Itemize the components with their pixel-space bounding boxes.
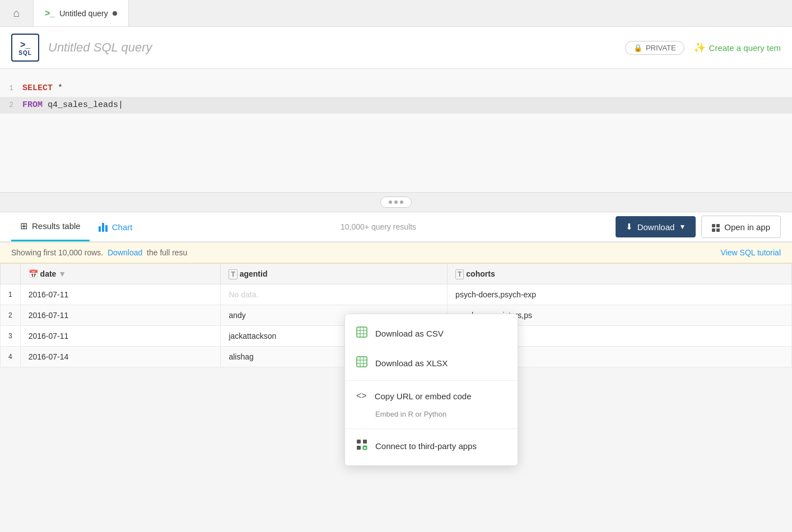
tab-results-table[interactable]: ⊞ Results table — [11, 212, 90, 241]
agentid-col-icon: T — [229, 269, 237, 279]
cell-date-3: 2016-07-11 — [20, 326, 221, 347]
dot-1 — [389, 200, 392, 204]
code-line-2: 2 FROM q4_sales_leads — [0, 97, 792, 114]
tab-label: Untitled query — [59, 9, 108, 18]
code-editor[interactable]: 1 SELECT * 2 FROM q4_sales_leads — [0, 69, 792, 192]
arrow-symbol: >_ — [20, 40, 30, 50]
sql-label: SQL — [18, 50, 32, 56]
xlsx-icon — [356, 356, 367, 367]
open-app-icon — [712, 222, 720, 231]
row-num-3: 3 — [1, 326, 21, 347]
date-col-icon: 📅 — [29, 269, 38, 278]
col-header-agentid[interactable]: T agentid — [221, 264, 448, 284]
dot-3 — [400, 200, 403, 204]
home-icon: ⌂ — [13, 7, 20, 20]
results-toolbar: ⊞ Results table Chart 10,000+ query resu… — [0, 212, 792, 242]
keyword-select: SELECT — [22, 83, 53, 93]
cursor — [118, 100, 123, 110]
csv-icon — [356, 326, 367, 340]
download-dropdown: Download as CSV Download as XLSX <> Copy… — [344, 314, 518, 367]
sql-icon: >_ SQL — [11, 34, 39, 62]
date-col-label: date — [40, 269, 57, 278]
dot-2 — [394, 200, 398, 204]
line-content-2: FROM q4_sales_leads — [22, 97, 123, 114]
cell-date-4: 2016-07-14 — [20, 347, 221, 367]
table-header-row: 📅 date ▼ T agentid T cohorts — [1, 264, 792, 284]
keyword-from: FROM — [22, 100, 43, 110]
cell-date-1: 2016-07-11 — [20, 284, 221, 305]
agentid-col-label: agentid — [240, 269, 268, 278]
table-row: 1 2016-07-11 No data. psych-doers,psych-… — [1, 284, 792, 305]
tab-unsaved-dot — [113, 11, 117, 16]
private-badge[interactable]: 🔒 PRIVATE — [625, 41, 684, 55]
wand-icon: ✨ — [693, 41, 706, 54]
results-table-label: Results table — [32, 221, 81, 231]
chart-label: Chart — [112, 222, 133, 232]
info-text: Showing first 10,000 rows. Download the … — [11, 248, 187, 257]
info-prefix: Showing first 10,000 rows. — [11, 248, 103, 257]
create-template-btn[interactable]: ✨ Create a query tem — [693, 41, 781, 54]
col-header-cohorts[interactable]: T cohorts — [448, 264, 792, 284]
cell-agentid-1: No data. — [221, 284, 448, 305]
sql-tutorial-link[interactable]: View SQL tutorial — [721, 248, 781, 257]
line-content-1: SELECT * — [22, 80, 63, 97]
download-label: Download — [637, 222, 675, 232]
row-num-header — [1, 264, 21, 284]
download-button[interactable]: ⬇ Download ▼ — [616, 216, 696, 237]
col-header-date[interactable]: 📅 date ▼ — [20, 264, 221, 284]
table-icon: ⊞ — [20, 221, 27, 231]
query-tab[interactable]: >_ Untitled query — [34, 0, 129, 26]
row-num-1: 1 — [1, 284, 21, 305]
cohorts-col-label: cohorts — [466, 269, 495, 278]
open-app-label: Open in app — [724, 222, 770, 232]
info-bar: Showing first 10,000 rows. Download the … — [0, 242, 792, 263]
lock-icon: 🔒 — [633, 44, 642, 52]
row-num-2: 2 — [1, 305, 21, 326]
chart-icon — [99, 222, 108, 232]
row-num-4: 4 — [1, 347, 21, 367]
download-csv-label: Download as CSV — [375, 329, 444, 338]
resize-dots — [380, 197, 412, 208]
private-label: PRIVATE — [646, 44, 676, 52]
svg-rect-5 — [357, 357, 367, 367]
svg-rect-0 — [357, 327, 367, 337]
code-line-1: 1 SELECT * — [0, 80, 792, 97]
code-text-2: q4_sales_leads — [43, 100, 118, 110]
download-xlsx-item[interactable]: Download as XLSX — [345, 348, 518, 367]
home-tab[interactable]: ⌂ — [0, 0, 34, 26]
download-xlsx-label: Download as XLSX — [375, 358, 448, 367]
download-link[interactable]: Download — [108, 248, 142, 257]
query-header: >_ SQL Untitled SQL query 🔒 PRIVATE ✨ Cr… — [0, 27, 792, 69]
open-in-app-button[interactable]: Open in app — [701, 216, 781, 237]
line-number-1: 1 — [0, 80, 22, 97]
cell-date-2: 2016-07-11 — [20, 305, 221, 326]
line-number-2: 2 — [0, 97, 22, 114]
download-caret: ▼ — [679, 223, 686, 231]
query-title: Untitled SQL query — [48, 40, 616, 55]
date-sort-icon[interactable]: ▼ — [58, 269, 66, 278]
cohorts-col-icon: T — [455, 269, 464, 279]
create-template-label: Create a query tem — [709, 43, 781, 53]
resize-handle[interactable] — [0, 192, 792, 212]
code-text-1: * — [53, 83, 63, 93]
tab-chart[interactable]: Chart — [90, 212, 142, 241]
download-csv-item[interactable]: Download as CSV — [345, 319, 518, 348]
tab-bar: ⌂ >_ Untitled query — [0, 0, 792, 27]
cell-cohorts-1: psych-doers,psych-exp — [448, 284, 792, 305]
tab-indicator: >_ — [45, 8, 55, 18]
info-suffix: the full resu — [147, 248, 187, 257]
download-icon: ⬇ — [626, 222, 633, 232]
query-count: 10,000+ query results — [141, 222, 615, 231]
